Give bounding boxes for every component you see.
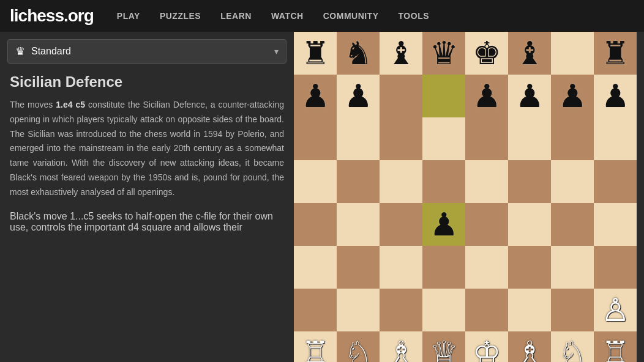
chevron-down-icon: ▾ [274, 46, 279, 56]
board-cell-45[interactable] [508, 246, 551, 289]
board-cell-10[interactable] [380, 75, 422, 117]
board-cell-61[interactable]: ♗ [508, 331, 551, 362]
opening-description-2: Black's move 1...c5 seeks to half-open t… [10, 211, 284, 233]
black-♜-piece: ♜ [601, 37, 630, 69]
board-cell-63[interactable]: ♖ [594, 331, 637, 362]
board-cell-31[interactable] [594, 160, 637, 203]
nav-item-tools[interactable]: TOOLS [390, 7, 438, 24]
nav-item-community[interactable]: COMMUNITY [315, 7, 388, 24]
board-cell-44[interactable] [465, 246, 508, 289]
board-cell-16[interactable] [294, 117, 337, 160]
board-cell-15[interactable]: ♟ [594, 75, 637, 117]
board-cell-28[interactable] [465, 160, 508, 203]
board-cell-22[interactable] [551, 117, 594, 160]
variant-dropdown-container: ♛ Standard ▾ [0, 32, 294, 68]
board-cell-25[interactable] [337, 160, 380, 203]
black-♟-piece: ♟ [601, 80, 630, 112]
board-cell-51[interactable] [422, 289, 465, 331]
board-cell-37[interactable] [508, 203, 551, 246]
board-cell-20[interactable] [465, 117, 508, 160]
black-♟-piece: ♟ [473, 80, 501, 112]
board-cell-47[interactable] [594, 246, 637, 289]
board-cell-57[interactable]: ♘ [337, 331, 380, 362]
board-cell-4[interactable]: ♚ [465, 32, 508, 75]
board-cell-33[interactable] [337, 203, 380, 246]
black-♟-piece: ♟ [344, 80, 373, 112]
board-cell-3[interactable]: ♛ [422, 32, 465, 75]
board-cell-6[interactable] [551, 32, 594, 75]
board-cell-17[interactable] [337, 117, 380, 160]
board-cell-14[interactable]: ♟ [551, 75, 594, 117]
nav-item-play[interactable]: PLAY [108, 7, 149, 24]
board-cell-49[interactable] [337, 289, 380, 331]
board-cell-53[interactable] [508, 289, 551, 331]
board-cell-58[interactable]: ♗ [380, 331, 422, 362]
white-♘-piece: ♘ [344, 337, 373, 362]
board-cell-46[interactable] [551, 246, 594, 289]
board-cell-39[interactable] [594, 203, 637, 246]
left-panel: ♛ Standard ▾ Sicilian Defence The moves … [0, 32, 294, 362]
board-cell-13[interactable]: ♟ [508, 75, 551, 117]
board-cell-0[interactable]: ♜ [294, 32, 337, 75]
board-cell-52[interactable] [465, 289, 508, 331]
board-cell-35[interactable]: ♟ [422, 203, 465, 246]
desc-moves: 1.e4 c5 [56, 100, 85, 109]
nav-item-watch[interactable]: WATCH [263, 7, 312, 24]
board-cell-8[interactable]: ♟ [294, 75, 337, 117]
board-cell-11[interactable] [422, 75, 465, 117]
board-cell-5[interactable]: ♝ [508, 32, 551, 75]
board-cell-50[interactable] [380, 289, 422, 331]
board-cell-32[interactable] [294, 203, 337, 246]
white-♘-piece: ♘ [558, 337, 587, 362]
board-cell-7[interactable]: ♜ [594, 32, 637, 75]
board-cell-40[interactable] [294, 246, 337, 289]
board-cell-21[interactable] [508, 117, 551, 160]
variant-dropdown[interactable]: ♛ Standard ▾ [7, 39, 286, 64]
nav-item-learn[interactable]: LEARN [212, 7, 260, 24]
chess-board: ♜♞♝♛♚♝♜♟♟♟♟♟♟♟♙♖♘♗♕♔♗♘♖ [294, 32, 637, 362]
header: lichess.org PLAYPUZZLESLEARNWATCHCOMMUNI… [0, 0, 644, 32]
board-cell-55[interactable]: ♙ [594, 289, 637, 331]
board-cell-26[interactable] [380, 160, 422, 203]
black-♛-piece: ♛ [430, 37, 459, 69]
board-cell-62[interactable]: ♘ [551, 331, 594, 362]
board-cell-9[interactable]: ♟ [337, 75, 380, 117]
desc-text-1: The moves [10, 100, 56, 109]
board-cell-18[interactable] [380, 117, 422, 160]
black-♟-piece: ♟ [515, 80, 544, 112]
board-cell-24[interactable] [294, 160, 337, 203]
board-cell-59[interactable]: ♕ [422, 331, 465, 362]
main-nav: PLAYPUZZLESLEARNWATCHCOMMUNITYTOOLS [108, 7, 634, 24]
black-♟-piece: ♟ [430, 209, 459, 240]
board-cell-30[interactable] [551, 160, 594, 203]
white-♔-piece: ♔ [473, 337, 501, 362]
white-♖-piece: ♖ [301, 337, 330, 362]
black-♜-piece: ♜ [301, 37, 330, 69]
board-cell-54[interactable] [551, 289, 594, 331]
board-cell-43[interactable] [422, 246, 465, 289]
board-cell-23[interactable] [594, 117, 637, 160]
board-cell-19[interactable] [422, 117, 465, 160]
board-cell-42[interactable] [380, 246, 422, 289]
board-cell-34[interactable] [380, 203, 422, 246]
board-cell-36[interactable] [465, 203, 508, 246]
board-cell-1[interactable]: ♞ [337, 32, 380, 75]
board-cell-12[interactable]: ♟ [465, 75, 508, 117]
board-cell-38[interactable] [551, 203, 594, 246]
board-cell-2[interactable]: ♝ [380, 32, 422, 75]
nav-item-puzzles[interactable]: PUZZLES [151, 7, 209, 24]
black-♟-piece: ♟ [301, 80, 330, 112]
board-cell-27[interactable] [422, 160, 465, 203]
board-cell-56[interactable]: ♖ [294, 331, 337, 362]
black-♚-piece: ♚ [473, 37, 501, 69]
board-cell-60[interactable]: ♔ [465, 331, 508, 362]
black-♝-piece: ♝ [515, 37, 544, 69]
board-cell-29[interactable] [508, 160, 551, 203]
white-♖-piece: ♖ [601, 337, 630, 362]
black-♝-piece: ♝ [387, 37, 416, 69]
black-♟-piece: ♟ [558, 80, 587, 112]
site-logo[interactable]: lichess.org [10, 6, 94, 26]
black-♞-piece: ♞ [344, 37, 373, 69]
board-cell-48[interactable] [294, 289, 337, 331]
board-cell-41[interactable] [337, 246, 380, 289]
